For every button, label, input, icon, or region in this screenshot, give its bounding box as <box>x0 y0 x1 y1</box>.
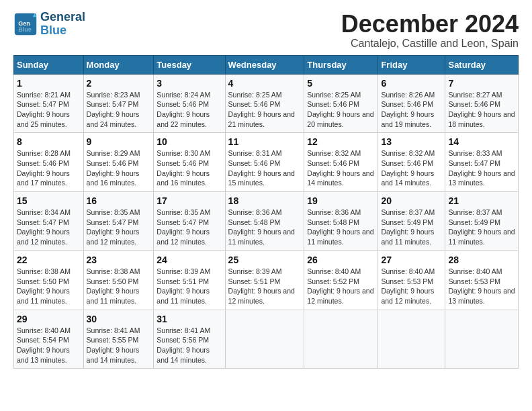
page-header: Gen Blue General Blue December 2024 Cant… <box>13 11 519 50</box>
day-number: 4 <box>228 78 302 89</box>
svg-text:Blue: Blue <box>18 26 32 33</box>
day-info: Sunrise: 8:21 AMSunset: 5:47 PMDaylight:… <box>17 90 81 130</box>
day-info: Sunrise: 8:24 AMSunset: 5:46 PMDaylight:… <box>157 90 222 130</box>
month-title: December 2024 <box>341 11 519 38</box>
day-info: Sunrise: 8:34 AMSunset: 5:47 PMDaylight:… <box>17 208 81 247</box>
day-info: Sunrise: 8:39 AMSunset: 5:51 PMDaylight:… <box>157 267 222 306</box>
day-info: Sunrise: 8:23 AMSunset: 5:47 PMDaylight:… <box>87 90 151 130</box>
day-info: Sunrise: 8:40 AMSunset: 5:54 PMDaylight:… <box>17 326 81 365</box>
calendar-cell: 14Sunrise: 8:33 AMSunset: 5:47 PMDayligh… <box>445 133 519 192</box>
calendar-cell: 28Sunrise: 8:40 AMSunset: 5:53 PMDayligh… <box>445 250 519 310</box>
calendar-cell: 17Sunrise: 8:35 AMSunset: 5:47 PMDayligh… <box>154 192 225 251</box>
calendar-cell: 25Sunrise: 8:39 AMSunset: 5:51 PMDayligh… <box>225 250 304 310</box>
day-number: 10 <box>157 136 222 147</box>
day-header-saturday: Saturday <box>445 55 519 74</box>
calendar-cell: 11Sunrise: 8:31 AMSunset: 5:46 PMDayligh… <box>225 133 304 192</box>
location: Cantalejo, Castille and Leon, Spain <box>341 38 519 50</box>
day-info: Sunrise: 8:25 AMSunset: 5:46 PMDaylight:… <box>307 90 375 130</box>
day-info: Sunrise: 8:29 AMSunset: 5:46 PMDaylight:… <box>87 148 151 188</box>
day-info: Sunrise: 8:40 AMSunset: 5:53 PMDaylight:… <box>381 267 442 306</box>
calendar-cell: 30Sunrise: 8:41 AMSunset: 5:55 PMDayligh… <box>83 310 154 369</box>
day-number: 21 <box>448 195 515 206</box>
calendar-cell: 6Sunrise: 8:26 AMSunset: 5:46 PMDaylight… <box>378 74 445 133</box>
day-info: Sunrise: 8:40 AMSunset: 5:52 PMDaylight:… <box>307 267 375 306</box>
logo-icon: Gen Blue <box>13 12 38 36</box>
calendar-cell: 15Sunrise: 8:34 AMSunset: 5:47 PMDayligh… <box>14 192 84 251</box>
calendar-cell: 21Sunrise: 8:37 AMSunset: 5:49 PMDayligh… <box>445 192 519 251</box>
calendar-cell: 1Sunrise: 8:21 AMSunset: 5:47 PMDaylight… <box>14 74 84 133</box>
day-number: 11 <box>228 136 302 147</box>
day-number: 17 <box>157 195 222 206</box>
day-info: Sunrise: 8:36 AMSunset: 5:48 PMDaylight:… <box>307 208 375 247</box>
title-block: December 2024 Cantalejo, Castille and Le… <box>341 11 519 50</box>
day-info: Sunrise: 8:32 AMSunset: 5:46 PMDaylight:… <box>381 148 442 188</box>
day-number: 22 <box>17 255 81 265</box>
calendar-header-row: SundayMondayTuesdayWednesdayThursdayFrid… <box>14 55 519 74</box>
day-info: Sunrise: 8:37 AMSunset: 5:49 PMDaylight:… <box>381 208 442 247</box>
calendar-cell: 29Sunrise: 8:40 AMSunset: 5:54 PMDayligh… <box>14 310 84 369</box>
calendar-cell: 13Sunrise: 8:32 AMSunset: 5:46 PMDayligh… <box>378 133 445 192</box>
day-info: Sunrise: 8:39 AMSunset: 5:51 PMDaylight:… <box>228 267 302 306</box>
day-info: Sunrise: 8:27 AMSunset: 5:46 PMDaylight:… <box>448 90 515 130</box>
calendar-cell <box>304 310 378 369</box>
day-number: 16 <box>87 195 151 206</box>
day-number: 13 <box>381 136 442 147</box>
day-number: 23 <box>87 255 151 265</box>
calendar-week-3: 15Sunrise: 8:34 AMSunset: 5:47 PMDayligh… <box>14 192 519 251</box>
calendar-week-1: 1Sunrise: 8:21 AMSunset: 5:47 PMDaylight… <box>14 74 519 133</box>
calendar-cell: 26Sunrise: 8:40 AMSunset: 5:52 PMDayligh… <box>304 250 378 310</box>
calendar-cell: 8Sunrise: 8:28 AMSunset: 5:46 PMDaylight… <box>14 133 84 192</box>
day-number: 28 <box>448 255 515 265</box>
day-number: 6 <box>381 78 442 89</box>
day-info: Sunrise: 8:31 AMSunset: 5:46 PMDaylight:… <box>228 148 302 188</box>
day-number: 3 <box>157 78 222 89</box>
calendar-cell: 22Sunrise: 8:38 AMSunset: 5:50 PMDayligh… <box>14 250 84 310</box>
day-number: 31 <box>157 314 222 324</box>
calendar-cell: 7Sunrise: 8:27 AMSunset: 5:46 PMDaylight… <box>445 74 519 133</box>
day-number: 14 <box>448 136 515 147</box>
day-info: Sunrise: 8:33 AMSunset: 5:47 PMDaylight:… <box>448 148 515 188</box>
calendar-cell: 24Sunrise: 8:39 AMSunset: 5:51 PMDayligh… <box>154 250 225 310</box>
calendar-cell: 31Sunrise: 8:41 AMSunset: 5:56 PMDayligh… <box>154 310 225 369</box>
day-info: Sunrise: 8:41 AMSunset: 5:55 PMDaylight:… <box>87 326 151 365</box>
calendar-week-5: 29Sunrise: 8:40 AMSunset: 5:54 PMDayligh… <box>14 310 519 369</box>
day-number: 30 <box>87 314 151 324</box>
day-header-monday: Monday <box>83 55 154 74</box>
day-number: 26 <box>307 255 375 265</box>
day-info: Sunrise: 8:36 AMSunset: 5:48 PMDaylight:… <box>228 208 302 247</box>
day-info: Sunrise: 8:35 AMSunset: 5:47 PMDaylight:… <box>157 208 222 247</box>
day-info: Sunrise: 8:41 AMSunset: 5:56 PMDaylight:… <box>157 326 222 365</box>
day-header-tuesday: Tuesday <box>154 55 225 74</box>
day-info: Sunrise: 8:26 AMSunset: 5:46 PMDaylight:… <box>381 90 442 130</box>
day-info: Sunrise: 8:30 AMSunset: 5:46 PMDaylight:… <box>157 148 222 188</box>
day-number: 25 <box>228 255 302 265</box>
day-info: Sunrise: 8:37 AMSunset: 5:49 PMDaylight:… <box>448 208 515 247</box>
day-number: 29 <box>17 314 81 324</box>
calendar-cell: 16Sunrise: 8:35 AMSunset: 5:47 PMDayligh… <box>83 192 154 251</box>
day-info: Sunrise: 8:38 AMSunset: 5:50 PMDaylight:… <box>17 267 81 306</box>
calendar-week-2: 8Sunrise: 8:28 AMSunset: 5:46 PMDaylight… <box>14 133 519 192</box>
day-info: Sunrise: 8:40 AMSunset: 5:53 PMDaylight:… <box>448 267 515 306</box>
day-number: 12 <box>307 136 375 147</box>
day-number: 9 <box>87 136 151 147</box>
day-info: Sunrise: 8:35 AMSunset: 5:47 PMDaylight:… <box>87 208 151 247</box>
day-number: 8 <box>17 136 81 147</box>
calendar-cell: 9Sunrise: 8:29 AMSunset: 5:46 PMDaylight… <box>83 133 154 192</box>
calendar-cell <box>225 310 304 369</box>
calendar-cell: 20Sunrise: 8:37 AMSunset: 5:49 PMDayligh… <box>378 192 445 251</box>
day-header-wednesday: Wednesday <box>225 55 304 74</box>
calendar-cell: 12Sunrise: 8:32 AMSunset: 5:46 PMDayligh… <box>304 133 378 192</box>
calendar-cell <box>445 310 519 369</box>
logo: Gen Blue General Blue <box>13 11 85 38</box>
calendar-cell: 18Sunrise: 8:36 AMSunset: 5:48 PMDayligh… <box>225 192 304 251</box>
day-number: 7 <box>448 78 515 89</box>
day-info: Sunrise: 8:25 AMSunset: 5:46 PMDaylight:… <box>228 90 302 130</box>
calendar-cell: 19Sunrise: 8:36 AMSunset: 5:48 PMDayligh… <box>304 192 378 251</box>
calendar-cell: 10Sunrise: 8:30 AMSunset: 5:46 PMDayligh… <box>154 133 225 192</box>
logo-general-text: General <box>40 10 85 24</box>
day-number: 5 <box>307 78 375 89</box>
day-header-sunday: Sunday <box>14 55 84 74</box>
calendar-cell: 3Sunrise: 8:24 AMSunset: 5:46 PMDaylight… <box>154 74 225 133</box>
day-number: 15 <box>17 195 81 206</box>
calendar-cell <box>378 310 445 369</box>
